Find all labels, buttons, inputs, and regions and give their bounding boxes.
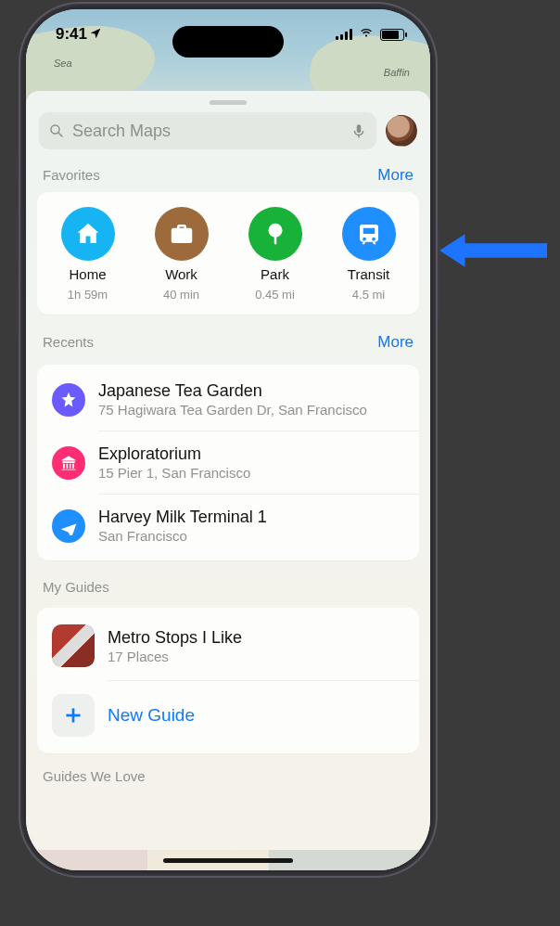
my-guides-title: My Guides <box>43 579 109 595</box>
recent-title: Harvey Milk Terminal 1 <box>98 508 267 527</box>
svg-rect-3 <box>274 237 276 245</box>
guides-we-love-title: Guides We Love <box>26 753 430 788</box>
favorite-sub: 0.45 mi <box>255 288 295 302</box>
microphone-icon[interactable] <box>350 122 367 139</box>
battery-icon <box>380 29 404 41</box>
new-guide-label: New Guide <box>108 705 195 726</box>
cellular-signal-icon <box>336 29 352 40</box>
svg-marker-6 <box>439 234 547 266</box>
transit-icon <box>342 207 396 261</box>
favorite-transit[interactable]: Transit 4.5 mi <box>322 207 415 302</box>
plus-icon <box>52 694 95 737</box>
recents-more-link[interactable]: More <box>377 333 414 352</box>
svg-point-2 <box>268 224 282 238</box>
dynamic-island <box>172 26 284 58</box>
home-indicator[interactable] <box>163 858 293 863</box>
favorites-title: Favorites <box>43 167 100 183</box>
favorite-partial[interactable]: Tea 2 <box>415 207 419 302</box>
search-placeholder: Search Maps <box>72 122 171 141</box>
tree-icon <box>248 207 302 261</box>
favorite-park[interactable]: Park 0.45 mi <box>228 207 322 302</box>
recent-title: Exploratorium <box>98 444 250 464</box>
recent-sub: San Francisco <box>98 528 267 544</box>
sheet-grabber[interactable] <box>210 100 247 105</box>
home-icon <box>61 207 115 261</box>
recent-item[interactable]: Japanese Tea Garden 75 Hagiwara Tea Gard… <box>37 368 419 431</box>
recents-card: Japanese Tea Garden 75 Hagiwara Tea Gard… <box>37 365 419 560</box>
favorite-label: Park <box>261 266 289 282</box>
recent-item[interactable]: Exploratorium 15 Pier 1, San Francisco <box>37 431 419 494</box>
guide-item[interactable]: Metro Stops I Like 17 Places <box>37 611 419 680</box>
plane-icon <box>52 509 85 543</box>
annotation-arrow-icon <box>439 230 549 271</box>
favorite-home[interactable]: Home 1h 59m <box>41 207 134 302</box>
search-icon <box>48 122 65 139</box>
favorite-label: Work <box>165 266 197 282</box>
favorites-more-link[interactable]: More <box>377 166 414 185</box>
star-icon <box>52 383 85 417</box>
recent-sub: 15 Pier 1, San Francisco <box>98 465 250 481</box>
svg-line-1 <box>58 133 62 136</box>
favorites-card: Home 1h 59m Work 40 min Pa <box>37 192 419 315</box>
location-services-icon <box>89 27 102 43</box>
new-guide-button[interactable]: New Guide <box>37 681 419 750</box>
favorite-sub: 40 min <box>163 288 199 302</box>
favorite-work[interactable]: Work 40 min <box>134 207 228 302</box>
recents-title: Recents <box>43 334 94 350</box>
recent-sub: 75 Hagiwara Tea Garden Dr, San Francisco <box>98 402 367 418</box>
phone-frame: 9:41 Sea Baffin <box>20 4 436 876</box>
favorite-sub: 1h 59m <box>68 288 108 302</box>
phone-screen: 9:41 Sea Baffin <box>26 9 430 870</box>
briefcase-icon <box>155 207 209 261</box>
search-input[interactable]: Search Maps <box>39 112 376 149</box>
map-label-baffin: Baffin <box>384 67 410 78</box>
status-time: 9:41 <box>56 25 87 44</box>
recent-title: Japanese Tea Garden <box>98 381 367 401</box>
my-guides-card: Metro Stops I Like 17 Places New Guide <box>37 608 419 753</box>
museum-icon <box>52 446 85 480</box>
guide-thumbnail <box>52 624 95 667</box>
recent-item[interactable]: Harvey Milk Terminal 1 San Francisco <box>37 495 419 557</box>
favorites-row[interactable]: Home 1h 59m Work 40 min Pa <box>41 207 415 302</box>
guide-title: Metro Stops I Like <box>108 628 242 648</box>
profile-avatar[interactable] <box>386 115 417 147</box>
svg-point-0 <box>51 125 59 134</box>
favorite-label: Home <box>69 266 106 282</box>
favorite-sub: 4.5 mi <box>352 288 385 302</box>
wifi-icon <box>358 25 375 44</box>
search-sheet[interactable]: Search Maps Favorites More Home 1h <box>26 91 430 870</box>
favorite-label: Transit <box>348 266 389 282</box>
guide-sub: 17 Places <box>108 649 242 664</box>
